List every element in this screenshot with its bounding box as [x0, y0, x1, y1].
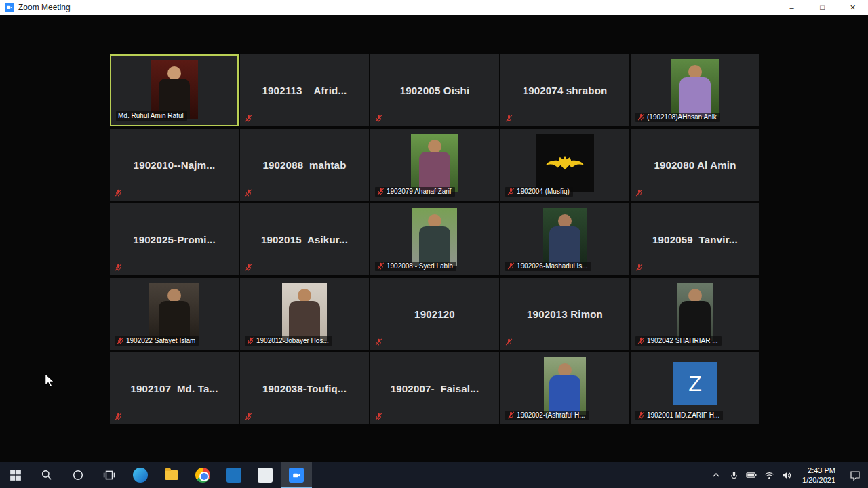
task-view-button[interactable] — [94, 462, 125, 488]
person-head — [558, 214, 572, 228]
muted-mic-icon — [245, 189, 252, 197]
participant-tile[interactable]: 1902022 Safayet Islam — [110, 278, 239, 350]
participant-tile[interactable]: 1902010--Najm... — [110, 129, 239, 201]
participant-tile[interactable]: 1902005 Oishi — [370, 54, 499, 126]
muted-mic-icon — [635, 189, 643, 197]
person-body — [419, 152, 450, 192]
participant-tile[interactable]: 1902008 - Syed Labib — [370, 203, 499, 275]
start-button[interactable] — [0, 462, 31, 488]
participant-tile[interactable]: 1902007- Faisal... — [370, 352, 499, 424]
taskbar: 2:43 PM 1/20/2021 — [0, 462, 868, 488]
participant-badge: 1902012-Jobayer Hos... — [245, 336, 332, 346]
muted-mic-icon — [245, 413, 252, 420]
person-head — [688, 289, 702, 302]
participant-tile[interactable]: 1902088 mahtab — [240, 129, 369, 201]
participant-tile[interactable]: 1902059 Tanvir... — [631, 203, 760, 275]
chrome-icon — [195, 468, 210, 483]
participant-video — [677, 283, 713, 341]
participant-tile[interactable]: 1902042 SHAHRIAR ... — [631, 278, 760, 350]
participant-tile[interactable]: 1902113 Afrid... — [240, 54, 369, 126]
network-button[interactable] — [760, 462, 778, 488]
participant-tile[interactable]: 1902013 Rimon — [500, 278, 629, 350]
calculator-taskbar-icon[interactable] — [250, 462, 281, 488]
participant-tile[interactable]: 1902074 shrabon — [500, 54, 629, 126]
participant-label: 1902026-Mashadul Is... — [517, 262, 588, 270]
participant-tile[interactable]: Md. Ruhul Amin Ratul — [110, 54, 239, 126]
participant-name: 1902010--Najm... — [110, 129, 239, 201]
participant-tile[interactable]: 1902004 (Musfiq) — [500, 129, 629, 201]
participant-label: 1902012-Jobayer Hos... — [256, 337, 329, 344]
edge-taskbar-icon[interactable] — [125, 462, 156, 488]
mail-taskbar-icon[interactable] — [218, 462, 250, 488]
participant-tile[interactable]: 1902080 Al Amin — [631, 129, 760, 201]
participant-badge: Md. Ruhul Amin Ratul — [116, 111, 187, 121]
window-title: Zoom Meeting — [18, 3, 71, 12]
muted-mic-icon — [247, 337, 254, 344]
task-view-icon — [103, 469, 115, 481]
participant-badge: 1902022 Safayet Islam — [115, 336, 199, 346]
taskbar-clock[interactable]: 2:43 PM 1/20/2021 — [795, 466, 842, 485]
muted-mic-icon — [115, 413, 122, 420]
participant-tile[interactable]: 1902002-(Ashraful H... — [500, 352, 629, 424]
participant-tile[interactable]: (1902108)AHasan Anik — [631, 54, 760, 126]
participant-tile[interactable]: 1902025-Promi... — [110, 203, 239, 275]
muted-mic-icon — [505, 338, 513, 346]
windows-logo-icon — [9, 469, 22, 481]
volume-button[interactable] — [778, 462, 795, 488]
participant-video — [543, 208, 587, 266]
participant-tile[interactable]: Z 1902001 MD.ZARIF H... — [631, 352, 760, 424]
participant-name: 1902059 Tanvir... — [631, 203, 760, 275]
participant-name: 1902007- Faisal... — [370, 352, 499, 424]
participant-badge — [375, 115, 382, 122]
search-button[interactable] — [31, 462, 62, 488]
zoom-taskbar-icon[interactable] — [281, 462, 312, 488]
participant-video — [671, 59, 719, 117]
participant-video — [151, 60, 198, 119]
participant-video — [412, 208, 457, 266]
wifi-icon — [764, 471, 774, 480]
mouse-cursor — [45, 373, 55, 388]
muted-mic-icon — [507, 411, 515, 419]
hidden-icons-button[interactable] — [707, 462, 725, 488]
participant-video — [544, 357, 586, 415]
participant-tile[interactable]: 1902120 — [370, 278, 499, 350]
clock-date: 1/20/2021 — [802, 475, 835, 485]
calculator-icon — [258, 468, 273, 483]
participant-tile[interactable]: 1902026-Mashadul Is... — [500, 203, 629, 275]
tray-mic-button[interactable] — [725, 462, 743, 488]
chrome-taskbar-icon[interactable] — [187, 462, 218, 488]
person-head — [428, 140, 441, 153]
participant-badge — [115, 264, 122, 271]
maximize-button[interactable]: □ — [807, 0, 837, 15]
cortana-button[interactable] — [62, 462, 94, 488]
participant-name: 1902074 shrabon — [500, 54, 629, 126]
participant-badge: 1902042 SHAHRIAR ... — [635, 336, 722, 346]
participant-tile[interactable]: 1902107 Md. Ta... — [110, 352, 239, 424]
file-explorer-taskbar-icon[interactable] — [156, 462, 187, 488]
close-button[interactable]: ✕ — [837, 0, 868, 15]
participant-name: 1902113 Afrid... — [240, 54, 369, 126]
participant-badge — [375, 338, 382, 346]
participant-name: 1902088 mahtab — [240, 129, 369, 201]
letter-avatar: Z — [688, 371, 702, 396]
action-center-button[interactable] — [842, 462, 868, 488]
edge-icon — [133, 468, 148, 483]
participant-tile[interactable]: 1902038-Toufiq... — [240, 352, 369, 424]
participant-name: 1902120 — [370, 278, 499, 350]
muted-mic-icon — [637, 411, 645, 419]
person-body — [159, 301, 190, 341]
muted-mic-icon — [637, 113, 645, 121]
minimize-button[interactable]: – — [776, 0, 807, 15]
participant-tile[interactable]: 1902079 Ahanaf Zarif — [370, 129, 499, 201]
system-tray: 2:43 PM 1/20/2021 — [707, 462, 868, 488]
zoom-icon — [289, 468, 304, 483]
participant-tile[interactable]: 1902015 Asikur... — [240, 203, 369, 275]
meeting-stage: Md. Ruhul Amin Ratul 1902113 Afrid... 19… — [0, 15, 868, 462]
muted-mic-icon — [505, 115, 513, 122]
participant-label: (1902108)AHasan Anik — [647, 113, 717, 121]
participant-tile[interactable]: 1902012-Jobayer Hos... — [240, 278, 369, 350]
person-body — [289, 301, 320, 341]
participant-video — [149, 283, 199, 341]
participant-badge — [115, 413, 122, 420]
battery-button[interactable] — [743, 462, 760, 488]
